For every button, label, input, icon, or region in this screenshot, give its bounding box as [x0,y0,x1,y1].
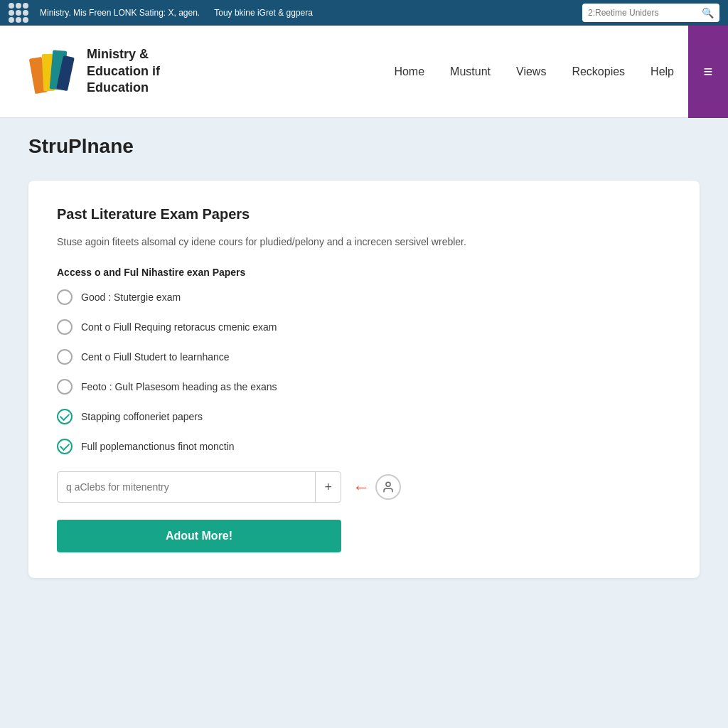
list-item[interactable]: Cont o Fiull Requing retoracus cmenic ex… [57,319,671,335]
access-heading: Access o and Ful Nihastire exan Papers [57,267,671,278]
option-label-6: Full poplemanctionus finot monctin [81,441,235,452]
svg-point-4 [386,483,390,487]
radio-circle-6[interactable] [57,439,73,454]
top-bar-search-input[interactable] [582,8,696,18]
add-entry-button[interactable]: + [315,472,341,502]
list-item[interactable]: Feoto : Gult Plasesom heading as the exa… [57,379,671,395]
arrow-left-icon: ← [353,477,370,497]
nav-views[interactable]: Views [516,65,546,78]
list-item[interactable]: Full poplemanctionus finot monctin [57,439,671,454]
user-icon[interactable] [375,474,401,500]
page-title: StruPlnane [28,135,700,158]
header-menu-button[interactable]: ≡ [688,26,728,118]
option-label-5: Stapping coffoneriet papers [81,411,203,422]
option-label-4: Feoto : Gult Plasesom heading as the exa… [81,381,277,392]
logo-text: Ministry &Education ifEducation [87,46,160,96]
page-title-section: StruPlnane [0,118,728,169]
top-bar-links: Ministry. Mis Freen LONK Sating: X, agen… [40,8,571,18]
top-bar: Ministry. Mis Freen LONK Sating: X, agen… [0,0,728,26]
top-bar-search[interactable]: 🔍 [582,4,719,22]
header-nav: Home Mustunt Views Reckopies Help [394,65,674,78]
list-item[interactable]: Good : Stutergie exam [57,289,671,305]
top-bar-search-button[interactable]: 🔍 [696,7,719,18]
top-bar-link-1[interactable]: Ministry. Mis Freen LONK Sating: X, agen… [40,8,200,18]
nav-help[interactable]: Help [651,65,674,78]
input-row: + ← [57,471,671,503]
radio-circle-1[interactable] [57,289,73,305]
text-input-wrapper[interactable]: + [57,471,341,503]
logo-svg-image [28,43,78,100]
top-bar-logo [9,3,28,23]
header-logo: Ministry &Education ifEducation [28,43,394,100]
nav-reckopies[interactable]: Reckopies [572,65,625,78]
option-label-2: Cont o Fiull Requing retoracus cmenic ex… [81,321,277,333]
card-title: Past Literature Exam Papers [57,206,671,223]
option-label-1: Good : Stutergie exam [81,291,181,303]
list-item[interactable]: Stapping coffoneriet papers [57,409,671,424]
logo-dots [9,3,28,23]
list-item[interactable]: Cent o Fiull Studert to learnhance [57,349,671,365]
content-card: Past Literature Exam Papers Stuse agoin … [28,181,700,578]
card-description: Stuse agoin fiteets alsomal cy idene cou… [57,234,671,250]
cta-button[interactable]: Adout More! [57,520,341,552]
option-label-3: Cent o Fiull Studert to learnhance [81,351,230,363]
main-content: Past Literature Exam Papers Stuse agoin … [0,169,728,606]
radio-circle-4[interactable] [57,379,73,395]
radio-circle-2[interactable] [57,319,73,335]
entry-input[interactable] [58,481,315,493]
radio-circle-3[interactable] [57,349,73,365]
radio-circle-5[interactable] [57,409,73,424]
header: Ministry &Education ifEducation Home Mus… [0,26,728,118]
options-list: Good : Stutergie exam Cont o Fiull Requi… [57,289,671,454]
icon-group: ← [353,474,401,500]
nav-mustunt[interactable]: Mustunt [450,65,491,78]
top-bar-link-2[interactable]: Touy bkine iGret & ggpera [214,8,313,18]
nav-home[interactable]: Home [394,65,424,78]
